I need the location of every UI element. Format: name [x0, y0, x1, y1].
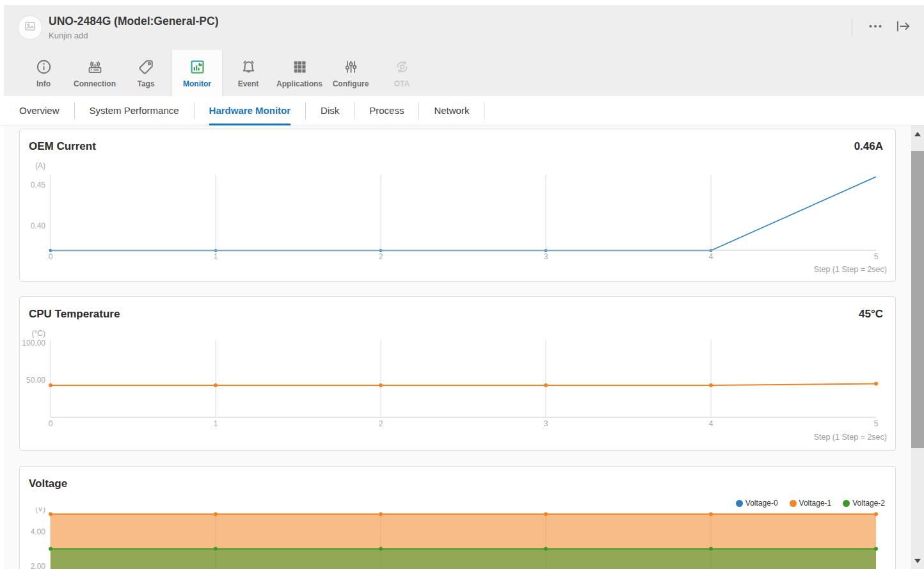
arrow-up-icon	[914, 132, 921, 136]
tab-tags[interactable]: Tags	[120, 50, 171, 96]
gridlines	[51, 175, 711, 250]
x-tick-label: 1	[214, 252, 218, 261]
subtab-divider	[484, 102, 484, 119]
x-tick-label: 5	[874, 419, 879, 428]
tab-label: Tags	[137, 79, 154, 88]
x-tick-label: 5	[874, 252, 879, 261]
ellipsis-icon	[868, 19, 883, 36]
more-options-button[interactable]	[866, 17, 884, 37]
tab-connection[interactable]: Connection	[69, 50, 120, 96]
line-OEM Current	[51, 177, 876, 250]
tab-applications[interactable]: Applications	[274, 50, 325, 96]
scroll-down-button[interactable]	[911, 555, 924, 566]
device-header: UNO-2484G (Model:General-PC) Kunjin add	[4, 5, 924, 50]
x-axis-label: Step (1 Step = 2sec)	[814, 433, 887, 442]
header-divider	[852, 18, 852, 36]
x-tick-label: 2	[379, 252, 383, 261]
y-tick-label: 0.40	[31, 221, 46, 230]
chart-title: CPU Temperature	[29, 308, 120, 321]
cpu-temperature-value: 45°C	[859, 308, 883, 321]
page-title: UNO-2484G (Model:General-PC)	[49, 15, 218, 28]
x-tick-label: 0	[49, 419, 53, 428]
oem-current-value: 0.46A	[854, 140, 883, 153]
tab-label: Info	[36, 79, 51, 88]
legend-voltage-2[interactable]: Voltage-2	[843, 499, 885, 508]
legend-voltage-1[interactable]: Voltage-1	[790, 499, 832, 508]
line-CPU Temperature	[51, 384, 876, 385]
subtab-divider	[194, 102, 195, 119]
legend-label: Voltage-1	[799, 499, 832, 508]
bell-icon	[240, 58, 257, 76]
y-unit-label: (°C)	[32, 329, 45, 338]
arrow-down-icon	[914, 559, 921, 563]
subtab-divider	[354, 102, 354, 119]
tab-event[interactable]: Event	[223, 50, 274, 96]
y-tick-label: 2.00	[31, 562, 46, 569]
tag-icon	[138, 58, 155, 76]
info-icon	[35, 58, 52, 76]
tab-ota: OTA	[376, 50, 427, 96]
subtab-divider	[74, 102, 75, 119]
subtab-bar: Overview System Performance Hardware Mon…	[0, 96, 924, 125]
cpu-temperature-chart: (°C)100.0050.00012345Step (1 Step = 2sec…	[20, 326, 896, 444]
x-tick-label: 3	[544, 419, 548, 428]
image-placeholder-icon	[24, 20, 36, 35]
legend-dot	[790, 500, 797, 507]
area-Voltage-2	[51, 549, 876, 569]
y-unit-label: (A)	[35, 161, 45, 170]
x-tick-label: 4	[709, 252, 713, 261]
cpu-temperature-card: CPU Temperature 45°C (°C)100.0050.000123…	[19, 296, 896, 451]
oem-current-chart: (A)0.450.40012345Step (1 Step = 2sec)	[20, 158, 896, 280]
grid-icon	[291, 58, 308, 76]
x-tick-label: 4	[709, 419, 713, 428]
subtab-hardware-monitor[interactable]: Hardware Monitor	[209, 96, 291, 125]
legend-voltage-0[interactable]: Voltage-0	[736, 499, 778, 508]
content-area: OEM Current 0.46A (A)0.450.40012345Step …	[4, 126, 924, 569]
subtab-network[interactable]: Network	[434, 96, 469, 125]
legend-dot	[843, 500, 850, 507]
tab-info[interactable]: Info	[18, 50, 69, 96]
tab-label: Applications	[276, 79, 323, 88]
exit-device-button[interactable]	[893, 17, 912, 38]
scrollbar-thumb[interactable]	[911, 151, 924, 448]
legend-label: Voltage-2	[852, 499, 885, 508]
router-icon	[86, 58, 104, 76]
subtab-system-performance[interactable]: System Performance	[90, 96, 179, 125]
subtab-process[interactable]: Process	[369, 96, 404, 125]
tab-label: Monitor	[183, 79, 211, 88]
x-tick-label: 0	[49, 252, 53, 261]
y-tick-label: 50.00	[26, 376, 45, 385]
y-tick-label: 4.00	[31, 527, 46, 536]
voltage-legend: Voltage-0 Voltage-1 Voltage-2	[736, 499, 885, 508]
subtab-divider	[305, 102, 306, 119]
scroll-up-button[interactable]	[911, 128, 924, 140]
vertical-scrollbar[interactable]	[911, 125, 924, 569]
x-tick-label: 3	[544, 252, 548, 261]
tab-label: Configure	[333, 79, 369, 88]
y-tick-label: 0.45	[31, 180, 46, 189]
subtab-disk[interactable]: Disk	[321, 96, 339, 125]
tab-label: Connection	[74, 79, 116, 88]
oem-current-card: OEM Current 0.46A (A)0.450.40012345Step …	[19, 129, 896, 282]
chart-title: OEM Current	[29, 140, 96, 153]
ota-update-icon	[394, 58, 411, 76]
tab-configure[interactable]: Configure	[325, 50, 376, 96]
header-actions	[852, 17, 912, 37]
sliders-icon	[342, 58, 360, 76]
x-tick-label: 2	[379, 419, 383, 428]
axis-labels: (A)0.450.40012345Step (1 Step = 2sec)	[31, 161, 887, 274]
subtab-overview[interactable]: Overview	[19, 96, 60, 125]
chart-title: Voltage	[29, 477, 67, 490]
subtab-divider	[418, 102, 419, 119]
legend-dot	[736, 500, 743, 507]
y-unit-label: (V)	[35, 508, 45, 513]
tab-bar: Info Connection Tags	[4, 50, 924, 96]
monitor-chart-icon	[189, 58, 206, 76]
device-subtitle: Kunjin add	[49, 31, 88, 40]
x-tick-label: 1	[214, 419, 218, 428]
tab-monitor[interactable]: Monitor	[171, 50, 223, 96]
tab-label: OTA	[394, 79, 410, 88]
y-tick-label: 100.00	[22, 339, 45, 348]
gridlines	[51, 340, 711, 417]
voltage-card: Voltage Voltage-0 Voltage-1 Voltage-2 (V…	[19, 466, 896, 569]
